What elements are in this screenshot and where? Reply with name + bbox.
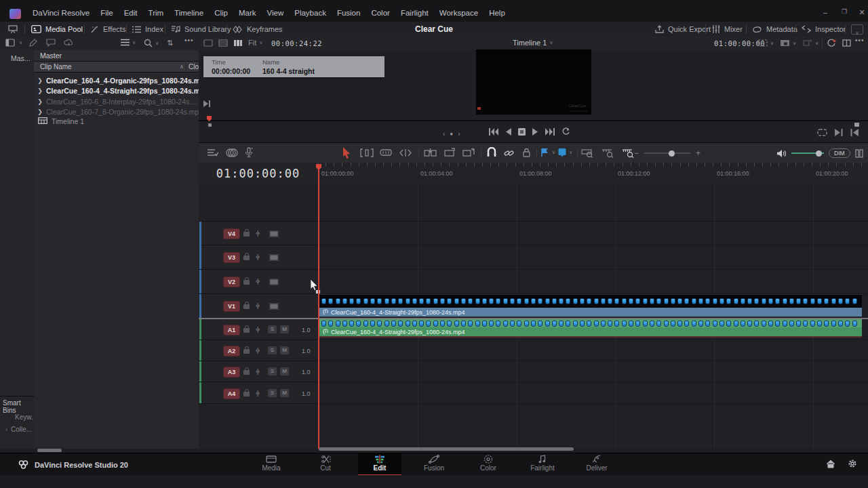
loop-button[interactable] — [561, 127, 570, 136]
replace-clip-button[interactable] — [462, 148, 475, 157]
tab-cut[interactable]: Cut — [304, 455, 347, 472]
clip-marker-icon[interactable] — [656, 321, 661, 327]
strip-view-icon[interactable] — [218, 39, 228, 47]
menu-view[interactable]: View — [262, 9, 290, 17]
lock-icon[interactable] — [243, 256, 250, 260]
clip-marker-icon[interactable] — [783, 321, 787, 327]
clip-row[interactable]: ❯ ClearCue_160-6_8-Interplay-29fps_1080-… — [34, 96, 199, 106]
solo-button[interactable]: S — [268, 389, 277, 397]
smart-bin-collections[interactable]: Colle... — [11, 426, 32, 433]
clip-marker-icon[interactable] — [713, 321, 717, 327]
clip-marker-icon[interactable] — [650, 298, 654, 304]
clip-marker-icon[interactable] — [762, 298, 766, 304]
clip-marker-icon[interactable] — [391, 321, 396, 327]
clip-marker-icon[interactable] — [587, 321, 591, 327]
clip-marker-icon[interactable] — [531, 298, 536, 304]
frame-view-icon[interactable] — [269, 303, 279, 310]
menu-timeline[interactable]: Timeline — [169, 9, 209, 17]
track-header-v2[interactable]: V2 ‹|› — [199, 270, 317, 294]
dual-viewer-button[interactable] — [842, 39, 851, 47]
clip-marker-icon[interactable] — [552, 298, 557, 304]
overwrite-clip-button[interactable] — [443, 148, 456, 157]
clip-marker-icon[interactable] — [684, 321, 689, 327]
lock-icon[interactable] — [243, 304, 250, 309]
clip-marker-icon[interactable] — [824, 321, 829, 327]
clip-marker-icon[interactable] — [671, 321, 675, 327]
lock-icon[interactable] — [243, 392, 250, 396]
tab-deliver[interactable]: Deliver — [575, 455, 618, 472]
clip-marker-icon[interactable] — [698, 321, 703, 327]
tab-color[interactable]: Color — [467, 455, 510, 472]
clip-marker-icon[interactable] — [328, 298, 333, 304]
last-frame-button[interactable] — [545, 128, 555, 136]
menu-trim[interactable]: Trim — [143, 9, 170, 17]
clip-marker-icon[interactable] — [803, 321, 808, 327]
razor-edit-button[interactable] — [380, 148, 392, 157]
clip-marker-icon[interactable] — [726, 321, 731, 327]
clip-marker-icon[interactable] — [719, 321, 724, 327]
play-to-end-icon[interactable] — [203, 100, 211, 107]
clip-marker-icon[interactable] — [796, 321, 801, 327]
clip-marker-icon[interactable] — [614, 321, 619, 327]
tab-fairlight[interactable]: Fairlight — [521, 455, 564, 472]
sort-ascending-icon[interactable]: ∧ — [180, 64, 184, 70]
clip-marker-icon[interactable] — [566, 321, 570, 327]
full-extent-zoom-icon[interactable] — [581, 148, 593, 158]
track-header-a2[interactable]: A2 ‹|› S M 1.0 — [199, 340, 317, 361]
horizontal-scrollbar[interactable] — [37, 449, 62, 452]
dynamic-trim-button[interactable] — [399, 148, 412, 157]
clip-marker-icon[interactable] — [719, 298, 724, 304]
mixer-button[interactable]: Mixer — [712, 22, 743, 37]
zoom-fit-select[interactable]: Fit ∨ — [248, 39, 262, 47]
sort-button[interactable]: ⇅ — [167, 39, 173, 47]
pager-next-icon[interactable]: › — [458, 130, 460, 138]
track-lane-v2[interactable] — [317, 270, 868, 294]
viewer-mode-button[interactable]: ∨ — [780, 39, 796, 47]
home-button[interactable] — [826, 460, 835, 468]
clip-marker-icon[interactable] — [475, 298, 480, 304]
clip-marker-icon[interactable] — [406, 321, 410, 327]
clip-marker-icon[interactable] — [552, 321, 557, 327]
inspector-button[interactable]: Inspector — [802, 22, 846, 37]
clip-marker-icon[interactable] — [447, 298, 452, 304]
auto-select-icon[interactable]: ‹|› — [256, 326, 259, 333]
clip-marker-icon[interactable] — [356, 298, 361, 304]
track-header-a1[interactable]: A1 ‹|› S M 1.0 — [199, 319, 317, 340]
clip-marker-icon[interactable] — [677, 298, 682, 304]
clip-marker-icon[interactable] — [545, 298, 550, 304]
zoom-slider-track[interactable] — [644, 152, 690, 154]
clip-marker-icon[interactable] — [594, 298, 599, 304]
clip-marker-icon[interactable] — [768, 298, 773, 304]
clip-marker-icon[interactable] — [810, 321, 815, 327]
clip-marker-icon[interactable] — [747, 298, 752, 304]
clip-row[interactable]: ❯ ClearCue_160-4_4-Organic-29fps_1080-24… — [34, 75, 199, 85]
clip-marker-icon[interactable] — [328, 321, 333, 327]
clip-marker-icon[interactable] — [643, 298, 648, 304]
clip-marker-icon[interactable] — [440, 298, 445, 304]
tab-media[interactable]: Media — [250, 455, 293, 472]
solo-button[interactable]: S — [268, 325, 277, 333]
clip-marker-icon[interactable] — [817, 298, 822, 304]
track-lane-a4[interactable] — [317, 382, 868, 404]
clip-marker-icon[interactable] — [692, 321, 696, 327]
clip-marker-icon[interactable] — [635, 321, 640, 327]
playhead-line[interactable] — [318, 165, 319, 449]
clip-marker-icon[interactable] — [601, 321, 606, 327]
clip-marker-icon[interactable] — [747, 321, 752, 327]
clip-marker-icon[interactable] — [573, 298, 578, 304]
track-header-a3[interactable]: A3 ‹|› S M 1.0 — [199, 361, 317, 382]
track-badge[interactable]: A4 — [223, 388, 240, 399]
dim-button[interactable]: DIM — [829, 148, 850, 158]
clip-marker-icon[interactable] — [587, 298, 591, 304]
track-volume[interactable]: 1.0 — [302, 327, 311, 333]
clip-marker-icon[interactable] — [391, 298, 396, 304]
scrub-out-handle[interactable] — [854, 123, 859, 127]
track-badge[interactable]: A3 — [223, 367, 240, 378]
edit-bin-button[interactable] — [28, 39, 38, 47]
timeline-horizontal-scrollbar[interactable] — [319, 447, 574, 451]
clip-marker-icon[interactable] — [356, 321, 361, 327]
clip-marker-icon[interactable] — [412, 321, 417, 327]
menu-mark[interactable]: Mark — [233, 9, 262, 17]
zoom-slider-thumb[interactable] — [669, 150, 675, 157]
clip-marker-icon[interactable] — [496, 298, 500, 304]
